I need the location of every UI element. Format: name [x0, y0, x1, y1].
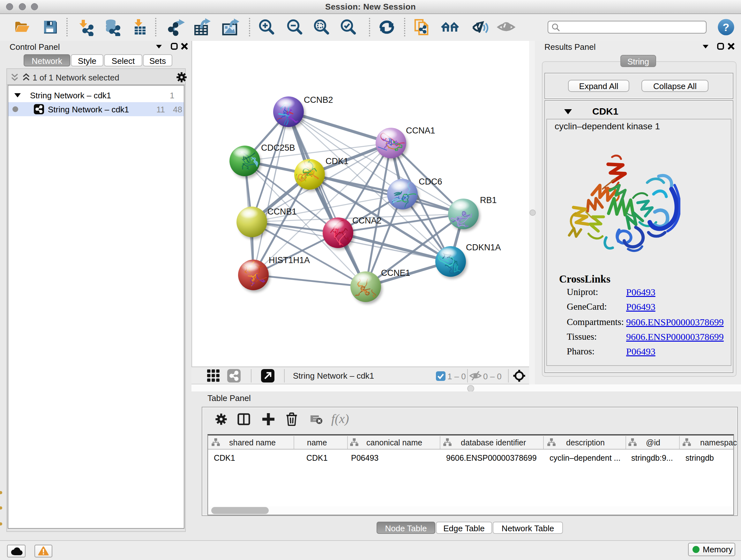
svg-text:CDKN1A: CDKN1A — [466, 243, 501, 252]
svg-text:CCNA2: CCNA2 — [352, 216, 382, 226]
svg-text:CCNB2: CCNB2 — [304, 95, 333, 105]
svg-text:CCNE1: CCNE1 — [381, 268, 410, 278]
svg-text:CCNA1: CCNA1 — [406, 126, 435, 135]
svg-text:CDK1: CDK1 — [326, 157, 348, 166]
svg-text:CCNB1: CCNB1 — [267, 207, 297, 216]
svg-text:CDC6: CDC6 — [419, 177, 442, 186]
svg-text:HIST1H1A: HIST1H1A — [269, 255, 310, 265]
svg-text:RB1: RB1 — [480, 195, 497, 205]
svg-text:CDC25B: CDC25B — [261, 143, 295, 152]
svg-text:?: ? — [723, 21, 730, 33]
